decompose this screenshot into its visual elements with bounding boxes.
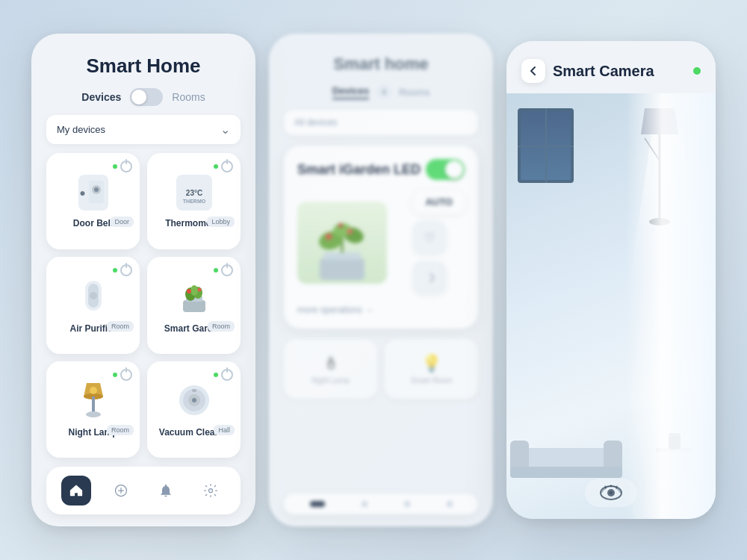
device-card-thermometer[interactable]: 23°C THERMO Lobby Thermometer [147, 153, 241, 249]
panel-camera: Smart Camera [506, 41, 716, 519]
nav-dot-3[interactable] [404, 501, 410, 507]
add-icon [114, 483, 128, 498]
svg-point-36 [338, 223, 343, 228]
camera-eye-icon [600, 485, 622, 501]
garden-svg [176, 279, 213, 314]
back-button[interactable] [521, 59, 545, 83]
nav-dot-1[interactable] [310, 501, 325, 507]
thermo-status-row [214, 161, 233, 172]
garden-plant-image [297, 202, 387, 284]
thermo-badge: Lobby [207, 217, 235, 227]
devices-dropdown[interactable]: My devices [46, 115, 241, 144]
garden-card-title: Smart iGarden LED [297, 162, 421, 178]
garden-side-buttons: AUTO ♡ ☽ [413, 190, 465, 294]
nav-settings[interactable] [196, 476, 226, 505]
power-icon-doorbell[interactable] [120, 161, 132, 172]
auto-button[interactable]: AUTO [413, 190, 465, 214]
lamp-image [74, 381, 113, 420]
svg-rect-28 [320, 258, 365, 280]
garden-image [175, 277, 214, 316]
small-card-lamp[interactable]: 🕯 Night Lamp [284, 339, 377, 399]
device-card-lamp[interactable]: Room Night Lamp [46, 361, 140, 458]
device-status-row [113, 161, 132, 172]
svg-point-51 [610, 491, 613, 494]
svg-point-15 [197, 287, 201, 291]
room-window [518, 108, 574, 183]
status-dot-doorbell [113, 164, 117, 169]
svg-point-20 [90, 387, 97, 394]
lamp-badge: Room [107, 425, 134, 435]
tab-rooms-label[interactable]: Rooms [172, 91, 205, 103]
power-icon-purifier[interactable] [120, 264, 132, 276]
device-card-purifier[interactable]: Room Air Purifier [46, 257, 140, 353]
room-icon-small: 💡 [421, 354, 441, 373]
svg-text:23°C: 23°C [185, 189, 202, 197]
sofa-svg [506, 429, 626, 482]
status-dot-thermo [214, 164, 218, 169]
svg-point-13 [190, 285, 198, 296]
camera-control-button[interactable] [585, 479, 637, 507]
nav-dot-4[interactable] [447, 501, 453, 507]
p2-filter-label: All devices [294, 117, 337, 128]
garden-feature-card[interactable]: Smart iGarden LED [284, 146, 478, 329]
p2-bottom-nav [284, 494, 478, 514]
heart-button[interactable]: ♡ [413, 221, 446, 254]
status-dot-vacuum [214, 373, 218, 377]
svg-text:THERMO: THERMO [182, 199, 205, 204]
nav-add[interactable] [106, 476, 136, 505]
svg-point-24 [192, 398, 196, 402]
small-lamp-name: Night Lamp [311, 376, 350, 385]
p2-tab-devices[interactable]: Devices [332, 85, 369, 99]
svg-rect-25 [192, 389, 196, 392]
devices-rooms-toggle[interactable] [130, 88, 163, 106]
device-card-vacuum[interactable]: Hall Vacuum Cleaner [147, 361, 241, 458]
device-card-doorbell[interactable]: Door Door Bell [46, 153, 140, 249]
lamp-icon-small: 🕯 [323, 354, 339, 373]
power-icon-garden[interactable] [221, 264, 233, 276]
svg-point-27 [209, 489, 213, 493]
svg-line-54 [616, 486, 617, 488]
thermo-svg: 23°C THERMO [178, 176, 211, 209]
nav-dot-2[interactable] [362, 501, 368, 507]
svg-point-35 [347, 228, 353, 234]
power-icon-vacuum[interactable] [221, 369, 233, 381]
garden-status-row [214, 264, 233, 276]
camera-feed [506, 93, 716, 519]
moon-button[interactable]: ☽ [413, 261, 446, 294]
panel2-tabs: Devices 4 Rooms [284, 84, 478, 99]
toggle-knob [131, 90, 146, 105]
chevron-down-icon [220, 122, 230, 137]
tab-devices-label[interactable]: Devices [81, 91, 121, 103]
more-operations-link[interactable]: more operations → [297, 305, 465, 315]
status-dot-purifier [113, 268, 117, 273]
panel-devices: Smart Home Devices Rooms My devices [31, 34, 255, 526]
p2-filter-row[interactable]: All devices [284, 110, 478, 135]
room-curtain [626, 93, 716, 519]
toggle-green-knob [445, 161, 463, 178]
small-room-name: Smart Room [410, 376, 452, 385]
purifier-status-row [113, 264, 132, 276]
small-card-room[interactable]: 💡 Smart Room [385, 339, 478, 399]
svg-rect-9 [183, 300, 205, 312]
garden-power-toggle[interactable] [426, 159, 465, 180]
nav-bell[interactable] [151, 476, 181, 505]
purifier-svg [81, 279, 106, 314]
camera-title: Smart Camera [553, 63, 686, 80]
svg-line-52 [605, 486, 606, 488]
svg-point-34 [326, 234, 332, 240]
panel1-title: Smart Home [46, 55, 241, 78]
power-icon-thermo[interactable] [221, 161, 233, 172]
thermometer-image: 23°C THERMO [176, 175, 212, 211]
svg-point-14 [187, 289, 191, 293]
power-icon-lamp[interactable] [120, 369, 132, 381]
panel1-tabs: Devices Rooms [46, 88, 241, 106]
camera-header: Smart Camera [506, 41, 716, 93]
nav-home[interactable] [61, 476, 91, 505]
device-card-garden[interactable]: Room Smart Garden [147, 257, 241, 353]
svg-point-2 [94, 187, 99, 192]
p2-tab-rooms[interactable]: Rooms [399, 87, 430, 98]
svg-point-8 [90, 292, 97, 299]
bottom-nav [46, 467, 241, 514]
svg-rect-29 [323, 252, 361, 260]
svg-rect-18 [92, 396, 95, 413]
